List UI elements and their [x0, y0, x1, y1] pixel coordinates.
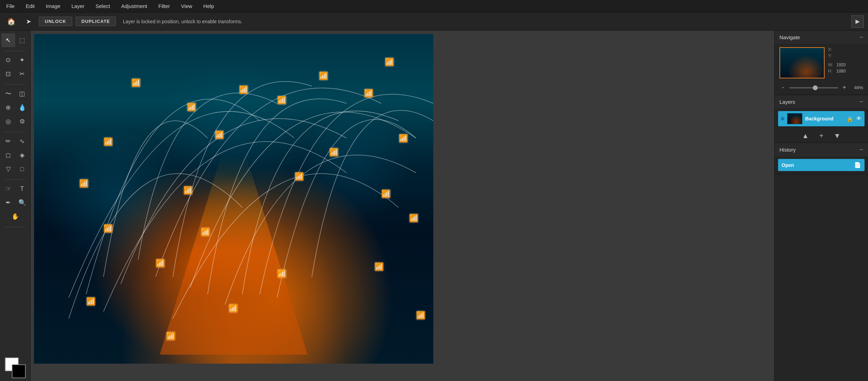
- draw-tools: ⊙ ✦ ⊡ ✂: [0, 53, 30, 81]
- toolbar-message: Layer is locked in position, unlock to e…: [123, 19, 242, 24]
- marquee-tool[interactable]: ⬚: [15, 33, 29, 47]
- menu-image[interactable]: Image: [44, 2, 62, 10]
- home-button[interactable]: 🏠: [4, 15, 18, 28]
- wifi-icon: 📶: [277, 96, 286, 104]
- zoom-tool[interactable]: 🔍: [15, 196, 29, 210]
- zoom-value: 46%: [851, 85, 863, 90]
- main-area: ↖ ⬚ ⊙ ✦ ⊡ ✂ 〜 ◫ ⊕ 💧: [0, 31, 868, 381]
- wifi-icon: 📶: [329, 149, 339, 156]
- menu-file[interactable]: File: [4, 2, 17, 10]
- zoom-out-button[interactable]: -: [779, 84, 786, 91]
- wifi-icon: 📶: [416, 312, 425, 319]
- blur2-tool[interactable]: ◈: [15, 148, 29, 162]
- brush-tool[interactable]: ✒: [1, 196, 15, 210]
- heal-tool[interactable]: ◎: [1, 115, 15, 128]
- w-value: 1920: [836, 62, 846, 67]
- arrow-tool-button[interactable]: ➤: [22, 15, 35, 28]
- expand-panel-button[interactable]: ▶: [851, 15, 864, 28]
- hand-tool[interactable]: ✋: [8, 210, 22, 223]
- zoom-slider-thumb[interactable]: [813, 85, 818, 90]
- wifi-icon: 📶: [183, 187, 193, 194]
- navigate-collapse-button[interactable]: −: [859, 34, 863, 40]
- crop-tool[interactable]: ⊡: [1, 67, 15, 81]
- w-label: W:: [828, 62, 835, 67]
- visibility-icon[interactable]: 👁: [856, 116, 862, 122]
- eraser-tool[interactable]: ◻: [1, 148, 15, 162]
- wifi-icon: 📶: [294, 173, 304, 180]
- navigate-header: Navigate −: [775, 31, 868, 44]
- history-header: History −: [775, 143, 868, 156]
- shape-tool[interactable]: □: [15, 162, 29, 176]
- fill-tool[interactable]: ▽: [1, 162, 15, 176]
- history-item[interactable]: Open 📄: [778, 159, 865, 171]
- x-label: X:: [828, 47, 835, 52]
- wifi-icon: 📶: [166, 332, 175, 340]
- nav-coords: X: Y: W: 1920 H: 1080: [828, 47, 846, 74]
- text-tool[interactable]: T: [15, 182, 29, 196]
- gear-tool[interactable]: ⚙: [15, 115, 29, 128]
- smudge-tool[interactable]: 〜: [1, 87, 15, 101]
- layers-section: Layers − Background 🔒 👁 ▲ + ▼: [775, 95, 868, 143]
- lasso-tool[interactable]: ⊙: [1, 53, 15, 67]
- layer-item[interactable]: Background 🔒 👁: [778, 111, 865, 126]
- zoom-slider[interactable]: [789, 87, 838, 88]
- menu-help[interactable]: Help: [201, 2, 216, 10]
- menu-select[interactable]: Select: [93, 2, 112, 10]
- hand2-tool[interactable]: ☞: [1, 182, 15, 196]
- wifi-icon: 📶: [399, 135, 408, 142]
- history-title: History: [779, 147, 796, 153]
- menu-edit[interactable]: Edit: [24, 2, 37, 10]
- foreground-color-swatch[interactable]: [12, 364, 26, 378]
- dropper-tool[interactable]: 💧: [15, 101, 29, 115]
- menubar: File Edit Image Layer Select Adjustment …: [0, 0, 868, 12]
- color-swatches[interactable]: [5, 357, 26, 378]
- menu-layer[interactable]: Layer: [69, 2, 87, 10]
- move-layer-up-button[interactable]: ▲: [802, 132, 809, 140]
- h-value: 1080: [836, 69, 846, 74]
- history-collapse-button[interactable]: −: [859, 146, 863, 153]
- wifi-icon: 📶: [131, 79, 141, 87]
- lock-icon[interactable]: 🔒: [846, 116, 853, 122]
- layers-header: Layers −: [775, 95, 868, 108]
- wifi-icon: 📶: [277, 270, 286, 278]
- nav-thumbnail[interactable]: [779, 47, 825, 78]
- canvas-image: 📶 📶 📶 📶 📶 📶 📶 📶 📶 📶 📶 📶 📶 📶 📶 📶 📶 📶 📶 📶 …: [34, 34, 433, 364]
- add-layer-button[interactable]: +: [819, 132, 824, 140]
- zoom-in-button[interactable]: +: [841, 84, 848, 91]
- menu-filter[interactable]: Filter: [156, 2, 172, 10]
- wifi-icon: 📶: [215, 131, 224, 139]
- wifi-icon: 📶: [156, 260, 165, 267]
- layer-name: Background: [805, 116, 844, 121]
- wifi-icon: 📶: [103, 138, 113, 146]
- menu-view[interactable]: View: [179, 2, 194, 10]
- toolbar: 🏠 ➤ UNLOCK DUPLICATE Layer is locked in …: [0, 12, 868, 31]
- canvas-area[interactable]: 📶 📶 📶 📶 📶 📶 📶 📶 📶 📶 📶 📶 📶 📶 📶 📶 📶 📶 📶 📶 …: [31, 31, 774, 381]
- stamp-tool[interactable]: ⊕: [1, 101, 15, 115]
- wifi-icon: 📶: [201, 228, 210, 236]
- wifi-icon: 📶: [385, 58, 394, 66]
- pen-tool[interactable]: ✏: [1, 134, 15, 148]
- y-label: Y:: [828, 53, 835, 58]
- navigate-title: Navigate: [779, 34, 800, 40]
- tools-panel: ↖ ⬚ ⊙ ✦ ⊡ ✂ 〜 ◫ ⊕ 💧: [0, 31, 31, 381]
- duplicate-button[interactable]: DUPLICATE: [76, 17, 116, 26]
- layers-content: Background 🔒 👁: [775, 108, 868, 129]
- thumb-city-bg: [780, 48, 824, 78]
- zoom-row: - + 46%: [775, 82, 868, 95]
- select-tool[interactable]: ↖: [1, 33, 15, 47]
- menu-adjustment[interactable]: Adjustment: [119, 2, 149, 10]
- layers-collapse-button[interactable]: −: [859, 99, 863, 105]
- wifi-icon: 📶: [364, 90, 373, 97]
- scissors-tool[interactable]: ✂: [15, 67, 29, 81]
- layers-title: Layers: [779, 99, 795, 105]
- move-layer-down-button[interactable]: ▼: [834, 132, 841, 140]
- magic-wand-tool[interactable]: ✦: [15, 53, 29, 67]
- history-item-icon: 📄: [854, 162, 861, 168]
- unlock-button[interactable]: UNLOCK: [39, 17, 72, 26]
- eraser-alt-tool[interactable]: ◫: [15, 87, 29, 101]
- wifi-icon: 📶: [187, 103, 196, 111]
- wifi-icon: 📶: [381, 190, 391, 198]
- history-section: History − Open 📄: [775, 143, 868, 174]
- blur-tool[interactable]: ∿: [15, 134, 29, 148]
- right-panel: Navigate − X: Y: W:: [774, 31, 868, 381]
